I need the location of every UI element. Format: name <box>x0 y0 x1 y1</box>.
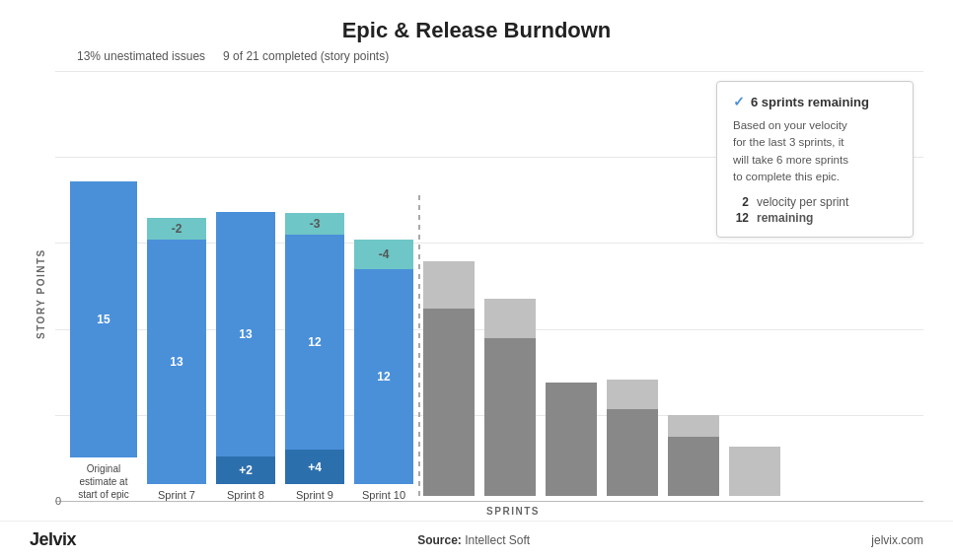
bar-col-sprint10: -4 12 Sprint 10 <box>354 71 413 501</box>
check-icon: ✓ <box>733 94 745 109</box>
bar-wrapper-sprint16 <box>729 447 780 496</box>
x-axis-label: SPRINTS <box>103 506 923 517</box>
bar-wrapper-sprint15 <box>668 415 719 496</box>
bar-wrapper-sprint14 <box>607 380 658 496</box>
bar-col-sprint7: -2 13 Sprint 7 <box>147 71 206 501</box>
footer-source: Source: Intellect Soft <box>417 533 530 547</box>
seg-s9-teal: -3 <box>285 213 344 235</box>
bar-col-sprint11 <box>423 71 475 501</box>
y-axis-label: STORY POINTS <box>30 71 51 517</box>
seg-s12-light <box>484 299 536 338</box>
seg-s12-dark <box>484 338 536 496</box>
legend-stat-row-velocity: 2 velocity per sprint <box>733 195 897 209</box>
legend-desc: Based on your velocityfor the last 3 spr… <box>733 117 897 185</box>
bar-wrapper-sprint12 <box>484 299 536 496</box>
seg-s10-blue: 12 <box>354 269 413 484</box>
completed-label: 9 of 21 completed (story points) <box>223 49 389 63</box>
legend-title: ✓ 6 sprints remaining <box>733 94 897 109</box>
unestimated-label: 13% unestimated issues <box>77 49 205 63</box>
bar-col-sprint14 <box>607 71 658 501</box>
bar-wrapper-sprint7: -2 13 <box>147 218 206 484</box>
bar-label-sprint9: Sprint 9 <box>296 489 333 501</box>
seg-s16-light <box>729 447 780 496</box>
main-container: Epic & Release Burndown 13% unestimated … <box>0 0 953 517</box>
seg-s14-light <box>607 380 658 409</box>
seg-s9-dark: +4 <box>285 450 344 484</box>
bar-col-sprint9: -3 12 +4 Sprint 9 <box>285 71 344 501</box>
bar-wrapper-sprint8: 13 +2 <box>216 212 275 484</box>
bar-col-original: 15 Originalestimate atstart of epic <box>70 71 137 501</box>
bars-group: 15 Originalestimate atstart of epic -2 <box>65 71 780 501</box>
chart-plot: 0 15 Originalestimate atstart of epic <box>55 71 923 502</box>
footer-brand: Jelvix <box>30 529 76 550</box>
bar-label-original: Originalestimate atstart of epic <box>78 462 129 501</box>
seg-s7-blue: 13 <box>147 240 206 484</box>
legend-stats: 2 velocity per sprint 12 remaining <box>733 195 897 225</box>
bar-label-sprint7: Sprint 7 <box>158 489 195 501</box>
bar-label-sprint8: Sprint 8 <box>227 489 264 501</box>
dashed-line <box>418 195 420 501</box>
bar-wrapper-sprint10: -4 12 <box>354 240 413 484</box>
footer-url: jelvix.com <box>871 533 923 547</box>
bar-col-sprint13 <box>546 71 597 501</box>
seg-s7-teal: -2 <box>147 218 206 240</box>
bar-wrapper-sprint9: -3 12 +4 <box>285 213 344 484</box>
seg-s15-dark <box>668 437 719 496</box>
seg-s8-dark: +2 <box>216 456 275 484</box>
seg-s13-dark <box>546 383 597 496</box>
zero-label: 0 <box>55 495 61 507</box>
bar-col-sprint8: 13 +2 Sprint 8 <box>216 71 275 501</box>
seg-s11-dark <box>423 309 475 496</box>
chart-inner: 0 15 Originalestimate atstart of epic <box>55 71 923 517</box>
seg-s15-light <box>668 415 719 437</box>
seg-s11-light <box>423 261 475 309</box>
footer-source-name: Intellect Soft <box>465 533 530 547</box>
seg-original-blue: 15 <box>70 181 137 457</box>
bar-wrapper-sprint13 <box>546 383 597 496</box>
bar-label-sprint10: Sprint 10 <box>362 489 405 501</box>
seg-s14-dark <box>607 409 658 496</box>
chart-area: STORY POINTS 0 15 Originalestimate atsta… <box>30 71 923 517</box>
seg-s10-teal: -4 <box>354 240 413 269</box>
bar-col-sprint15 <box>668 71 719 501</box>
bar-wrapper-sprint11 <box>423 261 475 496</box>
seg-s8-blue: 13 <box>216 212 275 456</box>
seg-s9-blue: 12 <box>285 235 344 450</box>
footer: Jelvix Source: Intellect Soft jelvix.com <box>0 521 953 560</box>
legend-stat-row-remaining: 12 remaining <box>733 211 897 225</box>
bar-col-sprint12 <box>484 71 536 501</box>
subtitle-row: 13% unestimated issues 9 of 21 completed… <box>77 49 923 63</box>
page-title: Epic & Release Burndown <box>30 18 923 43</box>
bar-wrapper-original: 15 <box>70 181 137 457</box>
footer-source-label: Source: <box>417 533 462 547</box>
legend-box: ✓ 6 sprints remaining Based on your velo… <box>716 81 914 238</box>
